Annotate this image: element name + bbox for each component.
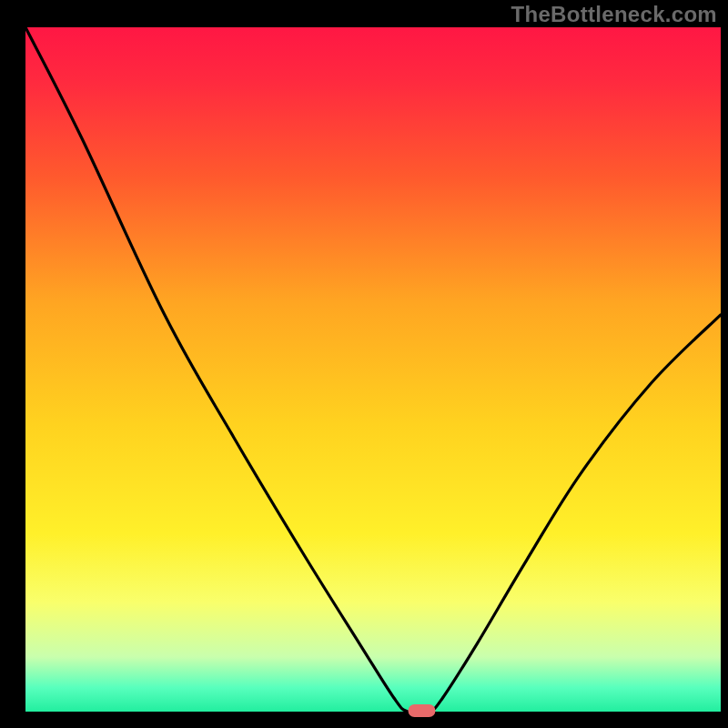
bottleneck-chart: [0, 0, 728, 728]
chart-container: TheBottleneck.com: [0, 0, 728, 728]
optimum-marker: [408, 704, 435, 717]
watermark-text: TheBottleneck.com: [511, 2, 717, 27]
plot-background: [25, 27, 721, 712]
